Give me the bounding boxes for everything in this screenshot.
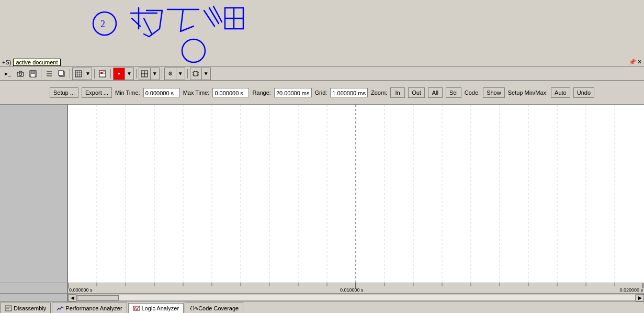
- disassembly-icon: [5, 305, 12, 311]
- timeline-ruler-area: 0.000000 s 0.010000 s 0.020000 s: [0, 283, 644, 293]
- grid2-dropdown[interactable]: ▼: [151, 68, 159, 80]
- tab-disassembly-label: Disassembly: [14, 305, 46, 311]
- zoom-in-button[interactable]: In: [390, 87, 405, 98]
- zoom-sel-button[interactable]: Sel: [446, 87, 461, 98]
- copy-button[interactable]: [56, 68, 67, 80]
- scroll-left-button[interactable]: ◀: [68, 294, 76, 301]
- svg-rect-31: [194, 72, 198, 76]
- waveform-container: [0, 105, 644, 283]
- svg-rect-13: [31, 71, 35, 73]
- record-button[interactable]: ●: [114, 68, 125, 80]
- active-doc-tooltip: active document: [13, 59, 60, 66]
- chip-btn-group: ▼: [190, 68, 211, 80]
- record-btn-group: ● ▼: [113, 68, 134, 80]
- svg-rect-4: [225, 8, 243, 29]
- zoom-label: Zoom:: [371, 90, 387, 96]
- svg-rect-20: [75, 71, 82, 77]
- scroll-right-button[interactable]: ▶: [636, 294, 644, 301]
- svg-rect-19: [59, 71, 63, 75]
- tab-code-label: Code Coverage: [198, 305, 239, 311]
- scrollbar-area: ◀ ▶: [0, 293, 644, 301]
- code-show-button[interactable]: Show: [483, 87, 505, 98]
- signal-list: [0, 105, 68, 283]
- toolbar: ▶_ ▼ ● ▼ ▼ ⚙ ▼ ▼: [0, 67, 644, 81]
- controls-row1: Setup ... Export ... Min Time: 0.000000 …: [50, 87, 594, 98]
- scrollbar-thumb[interactable]: [77, 295, 119, 300]
- perf-icon: [57, 305, 64, 311]
- camera-button[interactable]: [15, 68, 26, 80]
- timeline-left-spacer: [0, 283, 68, 293]
- chip-dropdown[interactable]: ▼: [202, 68, 210, 80]
- list-button[interactable]: [43, 68, 55, 80]
- waveform-area[interactable]: [68, 105, 644, 283]
- svg-point-11: [19, 73, 22, 75]
- grid2-button[interactable]: [139, 68, 151, 80]
- tab-disassembly[interactable]: Disassembly: [0, 303, 51, 313]
- terminal-button[interactable]: ▶_: [2, 68, 14, 80]
- code-label: Code:: [465, 90, 480, 96]
- timeline-label-10ms: 0.010000 s: [340, 287, 364, 293]
- undo-button[interactable]: Undo: [573, 87, 594, 98]
- grid2-btn-group: ▼: [139, 68, 160, 80]
- close-icon[interactable]: ✕: [637, 59, 642, 65]
- timeline-ruler: 0.000000 s 0.010000 s 0.020000 s: [68, 283, 644, 293]
- tab-logic-label: Logic Analyzer: [142, 305, 179, 311]
- settings-btn-group: ⚙ ▼: [164, 68, 185, 80]
- grid-button[interactable]: [73, 68, 84, 80]
- min-time-label: Min Time:: [115, 90, 140, 96]
- waveform-grid: [68, 105, 644, 283]
- grid-value: 1.000000 ms: [330, 88, 368, 97]
- controls-bar: Setup ... Export ... Min Time: 0.000000 …: [0, 81, 644, 105]
- setup-button[interactable]: Setup ...: [50, 87, 78, 98]
- timeline-label-20ms: 0.020000 s: [619, 287, 643, 293]
- tab-code-coverage[interactable]: {}% Code Coverage: [185, 303, 243, 313]
- logic-icon: [133, 305, 140, 311]
- tab-logic-analyzer[interactable]: Logic Analyzer: [128, 303, 184, 313]
- zoom-all-button[interactable]: All: [428, 87, 443, 98]
- min-time-value: 0.000000 s: [143, 88, 180, 97]
- range-value: 20.00000 ms: [274, 88, 312, 97]
- tab-bar: Disassembly Performance Analyzer Logic A…: [0, 301, 644, 313]
- svg-point-2: [93, 12, 116, 35]
- max-time-label: Max Time:: [183, 90, 210, 96]
- svg-rect-26: [100, 72, 103, 74]
- settings-button[interactable]: ⚙: [165, 68, 176, 80]
- toolbar-btn-group-grid: ▼: [72, 68, 92, 80]
- auto-button[interactable]: Auto: [551, 87, 570, 98]
- pin-icon[interactable]: 📌: [629, 59, 636, 65]
- svg-rect-78: [5, 306, 12, 311]
- tab-performance-label: Performance Analyzer: [65, 305, 122, 311]
- scrollbar-left-spacer: [0, 294, 68, 301]
- save-button[interactable]: [27, 68, 39, 80]
- settings-dropdown[interactable]: ▼: [176, 68, 185, 80]
- window-title: +S): [2, 59, 11, 65]
- record-dropdown[interactable]: ▼: [125, 68, 133, 80]
- zoom-out-button[interactable]: Out: [408, 87, 425, 98]
- max-time-value: 0.000000 s: [212, 88, 249, 97]
- scrollbar-track[interactable]: [76, 295, 636, 301]
- export-button[interactable]: Export ...: [82, 87, 112, 98]
- svg-rect-14: [31, 74, 35, 77]
- dock-icons: 📌 ✕: [629, 59, 642, 65]
- range-label: Range:: [252, 90, 270, 96]
- main-content: Setup ... Export ... Min Time: 0.000000 …: [0, 81, 644, 301]
- code-icon: {}%: [189, 305, 197, 311]
- grid-dropdown-button[interactable]: ▼: [84, 68, 92, 80]
- setup-min-max-label: Setup Min/Max:: [508, 90, 548, 96]
- target-button[interactable]: [97, 68, 108, 80]
- timeline-label-0: 0.000000 s: [69, 287, 93, 293]
- grid-label: Grid:: [315, 90, 327, 96]
- svg-text:2: 2: [100, 19, 105, 29]
- chip-button[interactable]: [190, 68, 202, 80]
- tab-performance-analyzer[interactable]: Performance Analyzer: [52, 303, 127, 313]
